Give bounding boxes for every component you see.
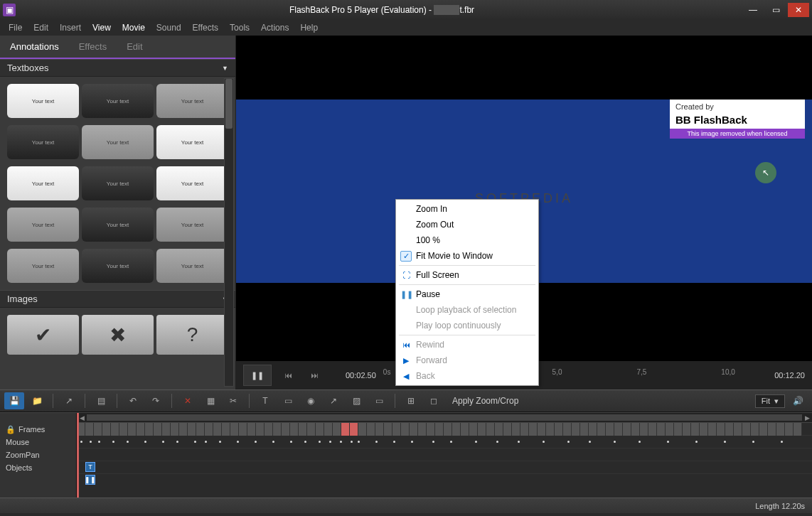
section-images-label: Images [7,294,38,304]
menu-view[interactable]: View [88,21,115,34]
ctx-fit-window[interactable]: ✓Fit Movie to Window [396,248,538,264]
image-cross[interactable]: ✖ [82,315,154,355]
menu-file[interactable]: File [4,21,26,34]
ctx-forward: ▶Forward [396,353,538,368]
highlight-button[interactable]: ◉ [301,392,321,409]
maximize-button[interactable]: ▭ [765,3,786,17]
track-mouse-label[interactable]: Mouse [0,436,76,448]
textbox-style[interactable]: Your text [156,84,228,118]
menu-insert[interactable]: Insert [55,21,85,34]
fullscreen-icon: ⛶ [400,271,412,279]
objects-track[interactable]: T ❚❚ [77,461,812,474]
ctx-loop-selection: Loop playback of selection [396,302,538,318]
object-pause-icon[interactable]: ❚❚ [85,475,95,485]
timeline-playhead[interactable] [77,413,79,498]
undo-button[interactable]: ↶ [123,392,143,409]
crop-tool[interactable]: ◻ [424,392,444,409]
track-frames-label[interactable]: 🔒Frames [0,423,76,436]
apply-zoom-label[interactable]: Apply Zoom/Crop [447,396,524,406]
trim-button[interactable]: ✂ [223,392,243,409]
textbox-style[interactable]: Your text [7,249,79,283]
sidebar: Annotations Effects Edit Textboxes ▼ You… [0,36,236,389]
section-textboxes-label: Textboxes [7,63,49,73]
textbox-style[interactable]: Your text [156,208,228,242]
chevron-down-icon: ▾ [774,397,779,406]
cursor-highlight: ↖ [755,162,776,183]
image-check[interactable]: ✔ [7,315,79,355]
arrow-button[interactable]: ↗ [324,392,343,409]
textbox-style[interactable]: Your text [82,249,154,283]
ctx-zoom-out[interactable]: Zoom Out [396,217,538,232]
section-textboxes[interactable]: Textboxes ▼ [0,59,235,77]
menu-movie[interactable]: Movie [118,21,149,34]
share-button[interactable]: ↗ [59,392,79,409]
track-zoompan-label[interactable]: ZoomPan [0,448,76,461]
textbox-style[interactable]: Your text [82,166,154,200]
rewind-icon: ⏮ [400,340,412,349]
textbox-style[interactable]: Your text [156,249,228,283]
timeline-tracks[interactable]: ◀ ▶ T ❚❚ [77,413,812,498]
volume-button[interactable]: 🔊 [788,392,808,409]
watermark-brand: BB FlashBack [670,114,805,129]
image-button[interactable]: ▭ [278,392,298,409]
tab-annotations[interactable]: Annotations [0,36,69,59]
sidebar-tabs: Annotations Effects Edit [0,36,235,59]
pause-button[interactable]: ❚❚ [243,365,272,386]
image-question[interactable]: ? [156,315,228,355]
track-objects-label[interactable]: Objects [0,461,76,474]
tab-effects[interactable]: Effects [69,36,117,58]
ctx-zoom-in[interactable]: Zoom In [396,201,538,217]
app-icon: ▣ [3,4,16,16]
menu-effects[interactable]: Effects [188,21,223,34]
textbox-style[interactable]: Your text [7,208,79,242]
text-button[interactable]: T [255,392,275,409]
export-button[interactable]: ▤ [91,392,111,409]
delete-button[interactable]: ✕ [178,392,198,409]
textbox-style[interactable]: Your text [82,125,154,159]
textbox-style[interactable]: Your text [7,166,79,200]
zoom-button[interactable]: ⊞ [401,392,421,409]
menu-edit[interactable]: Edit [29,21,53,34]
title-text: FlashBack Pro 5 Player (Evaluation) - [289,5,434,15]
textbox-style[interactable]: Your text [7,125,79,159]
scroll-right-icon[interactable]: ▶ [802,413,812,423]
frames-track[interactable] [77,423,812,436]
minimize-button[interactable]: — [742,3,764,17]
textbox-style[interactable]: Your text [7,84,79,118]
menu-tools[interactable]: Tools [225,21,254,34]
section-images[interactable]: Images ▼ [0,290,235,308]
fit-dropdown[interactable]: Fit▾ [755,394,785,408]
redo-button[interactable]: ↷ [146,392,166,409]
ctx-pause[interactable]: ❚❚Pause [396,286,538,302]
horizontal-scrollbar[interactable]: ◀ ▶ [77,413,812,423]
title-bar: ▣ FlashBack Pro 5 Player (Evaluation) - … [0,0,812,20]
prev-frame-button[interactable]: ⏮ [279,368,298,382]
ctx-100-percent[interactable]: 100 % [396,232,538,248]
editor-toolbar: 💾 📁 ↗ ▤ ↶ ↷ ✕ ▦ ✂ T ▭ ◉ ↗ ▨ ▭ ⊞ ◻ Apply … [0,389,812,412]
textbox-style[interactable]: Your text [82,84,154,118]
pause-icon: ❚❚ [400,290,412,299]
zoompan-track[interactable] [77,448,812,461]
watermark-created-by: Created by [670,100,805,114]
textbox-style[interactable]: Your text [156,125,228,159]
mouse-track[interactable] [77,436,812,448]
title-file: t.fbr [459,5,474,15]
sidebar-scrollbar[interactable] [224,78,234,387]
object-text-icon[interactable]: T [85,462,95,472]
close-button[interactable]: ✕ [788,3,809,17]
textbox-style[interactable]: Your text [156,166,228,200]
crop-button[interactable]: ▦ [201,392,220,409]
blur-button[interactable]: ▨ [346,392,366,409]
open-button[interactable]: 📁 [27,392,47,409]
button-annotation[interactable]: ▭ [369,392,389,409]
ctx-fullscreen[interactable]: ⛶Full Screen [396,267,538,283]
menu-help[interactable]: Help [296,21,322,34]
menu-sound[interactable]: Sound [152,21,186,34]
save-button[interactable]: 💾 [4,392,24,409]
menu-actions[interactable]: Actions [257,21,293,34]
next-frame-button[interactable]: ⏭ [305,368,324,382]
separator [399,265,535,266]
textbox-style[interactable]: Your text [82,208,154,242]
time-total: 00:12.20 [774,371,805,380]
tab-edit[interactable]: Edit [117,36,152,58]
